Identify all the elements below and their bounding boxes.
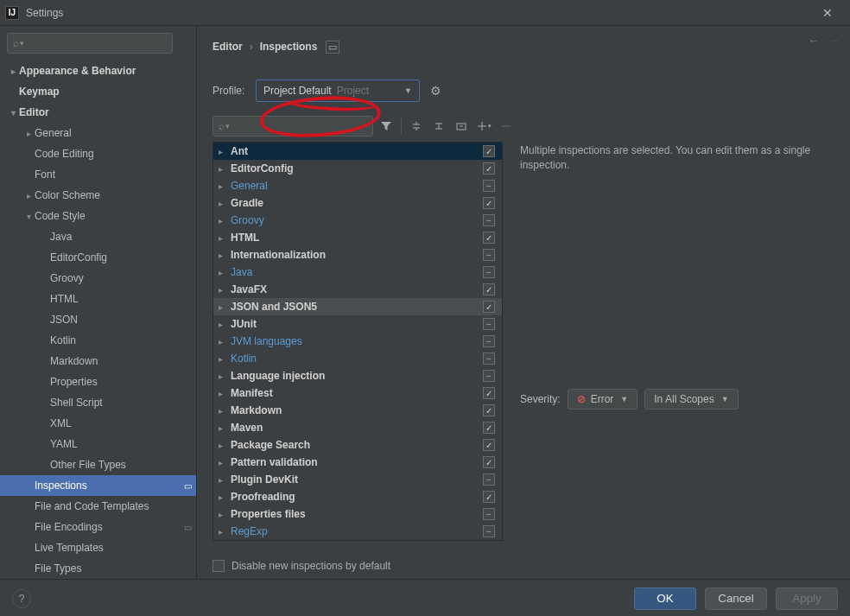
inspection-row-internationalization[interactable]: ▸Internationalization [213,246,502,264]
row-checkbox[interactable] [481,456,497,468]
inspection-row-plugin-devkit[interactable]: ▸Plugin DevKit [213,471,502,488]
row-checkbox[interactable] [481,525,497,537]
sidebar-item-inspections[interactable]: Inspections▭ [0,475,196,496]
gear-icon[interactable]: ⚙ [430,84,441,98]
inspection-row-general[interactable]: ▸General [213,177,502,194]
sidebar-item-keymap[interactable]: Keymap [0,81,196,102]
inspection-row-language-injection[interactable]: ▸Language injection [213,367,502,384]
sidebar-item-markdown[interactable]: Markdown [0,351,196,372]
disable-new-row[interactable]: Disable new inspections by default [212,553,834,579]
severity-dropdown[interactable]: ⊘ Error ▼ [568,389,638,410]
sidebar-item-java[interactable]: Java [0,226,196,247]
inspection-row-markdown[interactable]: ▸Markdown [213,402,502,419]
inspection-row-junit[interactable]: ▸JUnit [213,315,502,333]
tree-label: Editor [19,106,196,118]
inspection-row-package-search[interactable]: ▸Package Search [213,436,502,454]
sidebar-item-properties[interactable]: Properties [0,372,196,392]
inspection-row-proofreading[interactable]: ▸Proofreading [213,488,502,505]
close-button[interactable]: ✕ [810,6,845,20]
row-checkbox[interactable] [481,180,497,192]
sidebar-item-editorconfig[interactable]: EditorConfig [0,247,196,268]
sidebar-item-groovy[interactable]: Groovy [0,268,196,289]
sidebar-item-kotlin[interactable]: Kotlin [0,330,196,351]
row-checkbox[interactable] [481,301,497,313]
inspection-row-json-and-json5[interactable]: ▸JSON and JSON5 [213,298,502,315]
row-checkbox[interactable] [481,422,497,434]
row-checkbox[interactable] [481,266,497,278]
inspection-row-regexp[interactable]: ▸RegExp [213,523,502,540]
sidebar-item-font[interactable]: Font [0,164,196,185]
inspection-row-groovy[interactable]: ▸Groovy [213,212,502,229]
row-checkbox[interactable] [481,352,497,365]
row-checkbox[interactable] [481,232,497,244]
inspection-row-gradle[interactable]: ▸Gradle [213,194,502,212]
scope-dropdown[interactable]: In All Scopes ▼ [644,389,738,410]
sidebar-item-editor[interactable]: Editor [0,102,196,123]
inspection-row-pattern-validation[interactable]: ▸Pattern validation [213,454,502,471]
inspection-row-javafx[interactable]: ▸JavaFX [213,281,502,298]
inspection-row-manifest[interactable]: ▸Manifest [213,384,502,402]
sidebar-item-file-types[interactable]: File Types [0,558,196,579]
sidebar-item-xml[interactable]: XML [0,413,196,434]
cancel-button[interactable]: Cancel [705,587,767,610]
inspection-list[interactable]: ▸Ant▸EditorConfig▸General▸Gradle▸Groovy▸… [212,142,503,541]
sidebar-item-other-file-types[interactable]: Other File Types [0,454,196,475]
row-checkbox[interactable] [481,145,497,157]
nav-back-icon[interactable]: ← [809,35,819,47]
inspection-row-editorconfig[interactable]: ▸EditorConfig [213,160,502,177]
row-checkbox[interactable] [481,162,497,175]
remove-icon[interactable] [497,117,516,136]
row-checkbox[interactable] [481,404,497,416]
inspection-row-jvm-languages[interactable]: ▸JVM languages [213,333,502,350]
add-icon[interactable]: ▾ [474,117,493,136]
inspection-row-maven[interactable]: ▸Maven [213,419,502,436]
apply-button[interactable]: Apply [776,587,838,610]
search-icon: ⌕ [219,120,225,132]
sidebar-item-yaml[interactable]: YAML [0,434,196,454]
sidebar-item-file-and-code-templates[interactable]: File and Code Templates [0,496,196,517]
inspection-row-ant[interactable]: ▸Ant [213,143,502,160]
row-checkbox[interactable] [481,197,497,209]
sidebar-item-json[interactable]: JSON [0,309,196,330]
row-checkbox[interactable] [481,283,497,295]
row-checkbox[interactable] [481,249,497,261]
reset-icon[interactable] [452,117,471,136]
sidebar-search-input[interactable]: ⌕▾ [7,33,173,54]
inspection-row-properties-files[interactable]: ▸Properties files [213,505,502,523]
collapse-all-icon[interactable] [429,117,448,136]
project-scope-icon: ▭ [326,41,339,54]
nav-forward-icon[interactable]: → [829,35,840,47]
sidebar-item-code-editing[interactable]: Code Editing [0,143,196,164]
breadcrumb-editor[interactable]: Editor [212,41,243,53]
sidebar-item-html[interactable]: HTML [0,289,196,309]
sidebar-item-code-style[interactable]: Code Style [0,206,196,226]
sidebar-item-general[interactable]: General [0,123,196,143]
ok-button[interactable]: OK [634,587,696,610]
sidebar-item-live-templates[interactable]: Live Templates [0,537,196,558]
inspection-row-html[interactable]: ▸HTML [213,229,502,246]
row-checkbox[interactable] [481,214,497,226]
tree-label: Live Templates [35,542,196,554]
inspection-row-kotlin[interactable]: ▸Kotlin [213,350,502,367]
sidebar-item-shell-script[interactable]: Shell Script [0,392,196,413]
inspection-row-java[interactable]: ▸Java [213,264,502,281]
filter-icon[interactable] [377,117,396,136]
row-checkbox[interactable] [481,508,497,520]
help-button[interactable]: ? [12,589,31,608]
sidebar-item-appearance-behavior[interactable]: Appearance & Behavior [0,60,196,81]
row-arrow-icon: ▸ [219,199,229,208]
row-checkbox[interactable] [481,387,497,399]
row-label: Internationalization [229,249,481,261]
profile-dropdown[interactable]: Project Default Project ▼ [256,79,420,102]
row-checkbox[interactable] [481,439,497,451]
sidebar-item-file-encodings[interactable]: File Encodings▭ [0,517,196,537]
expand-all-icon[interactable] [407,117,426,136]
row-checkbox[interactable] [481,473,497,486]
inspection-search-input[interactable]: ⌕▾ [212,116,373,137]
row-checkbox[interactable] [481,370,497,382]
sidebar-item-color-scheme[interactable]: Color Scheme [0,185,196,206]
row-checkbox[interactable] [481,335,497,347]
row-checkbox[interactable] [481,491,497,503]
disable-checkbox[interactable] [212,560,225,572]
row-checkbox[interactable] [481,318,497,330]
